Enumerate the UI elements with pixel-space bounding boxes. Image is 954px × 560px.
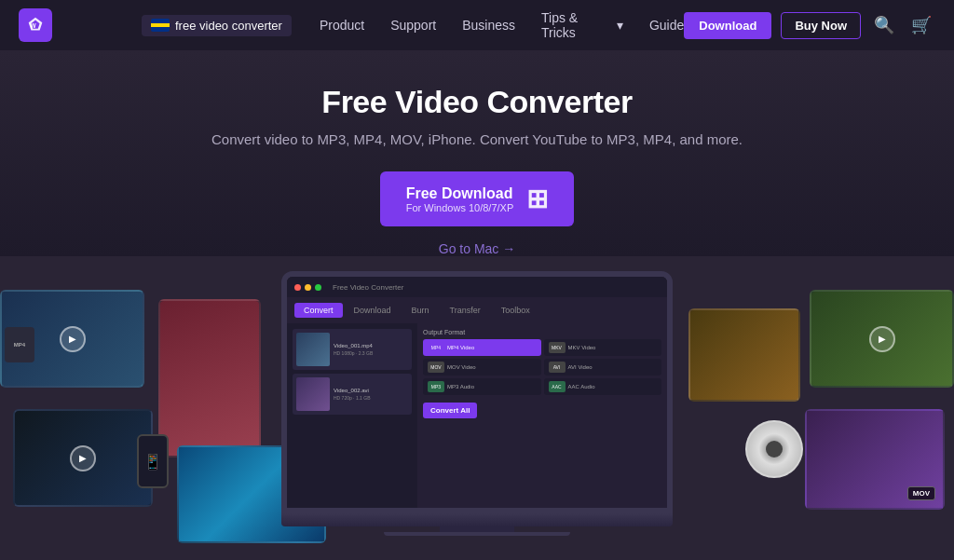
arrow-right-icon: → [502, 241, 515, 256]
format-mp4[interactable]: MP4 MP4 Video [423, 339, 541, 356]
app-main: Video_001.mp4 HD 1080p · 2.3 GB Video_00… [287, 323, 667, 508]
chevron-down-icon: ▾ [617, 18, 623, 33]
product-logo-text: free video converter [175, 19, 282, 33]
thumbnail-landscape-right: ▶ [810, 290, 954, 388]
nav-product[interactable]: Product [320, 18, 364, 33]
svg-text:W: W [31, 22, 37, 29]
hero-subtitle: Convert video to MP3, MP4, MOV, iPhone. … [19, 131, 935, 147]
format-avi[interactable]: AVI AVI Video [544, 359, 662, 376]
close-dot [294, 284, 301, 291]
search-button[interactable]: 🔍 [870, 11, 898, 39]
app-ui: Free Video Converter Convert Download Bu… [287, 277, 667, 508]
file-thumb-2 [296, 377, 330, 411]
file-thumb-1 [296, 333, 330, 366]
free-download-label: Free Download [406, 185, 514, 202]
format-aac[interactable]: AAC AAC Audio [544, 378, 662, 395]
go-to-mac-text: Go to Mac [439, 241, 499, 256]
hero-section: Free Video Converter Convert video to MP… [0, 50, 954, 256]
format-mkv[interactable]: MKV MKV Video [544, 339, 662, 356]
thumbnail-portrait-left [158, 299, 261, 458]
flag-icon [151, 19, 170, 32]
tab-convert[interactable]: Convert [294, 303, 343, 318]
app-file-list: Video_001.mp4 HD 1080p · 2.3 GB Video_00… [287, 323, 417, 508]
file-icon: MP4 [5, 327, 34, 362]
file-format-label: MP4 [14, 342, 25, 348]
file-info-2: Video_002.avi HD 720p · 1.1 GB [334, 388, 408, 401]
navbar: W free video converter Product Support B… [0, 0, 954, 50]
file-meta-2: HD 720p · 1.1 GB [334, 395, 408, 401]
screenshot-area: ▶ MP4 ▶ 📱 ▶ [0, 271, 954, 560]
laptop-base [281, 513, 673, 526]
thumbnail-woman-right: MOV [805, 409, 945, 510]
file-name-2: Video_002.avi [334, 388, 408, 393]
tab-burn[interactable]: Burn [402, 303, 439, 318]
avi-badge: AVI [549, 362, 566, 373]
play-icon-3: ▶ [869, 326, 895, 352]
phone-icon: 📱 [137, 434, 169, 488]
nav-support[interactable]: Support [390, 18, 436, 33]
maximize-dot [315, 284, 321, 291]
mp4-badge: MP4 [428, 342, 444, 353]
app-title: Free Video Converter [333, 283, 403, 292]
tab-transfer[interactable]: Transfer [441, 303, 490, 318]
play-icon: ▶ [60, 326, 86, 352]
laptop: Free Video Converter Convert Download Bu… [281, 271, 673, 536]
nav-business[interactable]: Business [462, 18, 515, 33]
wondershare-logo[interactable]: W [19, 8, 130, 42]
mobile-icon: 📱 [143, 453, 162, 471]
file-item-1: Video_001.mp4 HD 1080p · 2.3 GB [293, 329, 412, 370]
minimize-dot [305, 284, 311, 291]
format-mov[interactable]: MOV MOV Video [423, 359, 541, 376]
thumbnail-city-left: ▶ [13, 409, 153, 507]
nav-guide[interactable]: Guide [649, 18, 684, 33]
app-topbar: Free Video Converter [287, 277, 667, 297]
app-screen: Free Video Converter Convert Download Bu… [287, 277, 667, 508]
format-panel-label: Output Format [423, 329, 661, 335]
mov-badge-ui: MOV [428, 362, 444, 373]
thumbnail-landscape-left: ▶ [0, 290, 144, 388]
app-format-panel: Output Format MP4 MP4 Video MKV MKV Vide… [417, 323, 667, 508]
nav-tips-tricks[interactable]: Tips & Tricks ▾ [541, 10, 623, 40]
download-button[interactable]: Download [684, 12, 771, 39]
thumbnail-mid-right [688, 308, 800, 402]
format-mp3[interactable]: MP3 MP3 Audio [423, 378, 541, 395]
file-item-2: Video_002.avi HD 720p · 1.1 GB [293, 374, 412, 415]
tab-download[interactable]: Download [345, 303, 401, 318]
aac-badge: AAC [549, 381, 566, 392]
hero-title: Free Video Converter [19, 84, 935, 120]
disc-icon [745, 420, 803, 478]
mp3-badge: MP3 [428, 381, 444, 392]
laptop-screen: Free Video Converter Convert Download Bu… [281, 271, 673, 513]
tab-toolbox[interactable]: Toolbox [492, 303, 539, 318]
app-tabs: Convert Download Burn Transfer Toolbox [287, 297, 667, 323]
cart-icon: 🛒 [911, 15, 932, 35]
product-logo[interactable]: free video converter [142, 15, 292, 36]
convert-all-button[interactable]: Convert All [423, 403, 477, 418]
mov-badge: MOV [907, 486, 935, 500]
go-to-mac-link[interactable]: Go to Mac → [19, 241, 935, 256]
windows-version-label: For Windows 10/8/7/XP [406, 202, 514, 213]
nav-links: Product Support Business Tips & Tricks ▾… [320, 10, 684, 40]
ws-logo-icon: W [19, 8, 52, 42]
file-meta-1: HD 1080p · 2.3 GB [334, 350, 408, 356]
laptop-foot [384, 532, 570, 536]
nav-actions: Download Buy Now 🔍 🛒 [684, 11, 935, 39]
windows-icon: ⊞ [526, 184, 548, 214]
file-info-1: Video_001.mp4 HD 1080p · 2.3 GB [334, 343, 408, 356]
play-icon-2: ▶ [70, 445, 96, 471]
cart-button[interactable]: 🛒 [907, 11, 935, 39]
search-icon: 🔍 [874, 15, 894, 35]
free-download-button[interactable]: Free Download For Windows 10/8/7/XP ⊞ [380, 171, 575, 226]
file-name-1: Video_001.mp4 [334, 343, 408, 348]
mkv-badge: MKV [549, 342, 566, 353]
format-grid: MP4 MP4 Video MKV MKV Video MOV MOV Vide… [423, 339, 661, 395]
buy-now-button[interactable]: Buy Now [781, 12, 861, 39]
